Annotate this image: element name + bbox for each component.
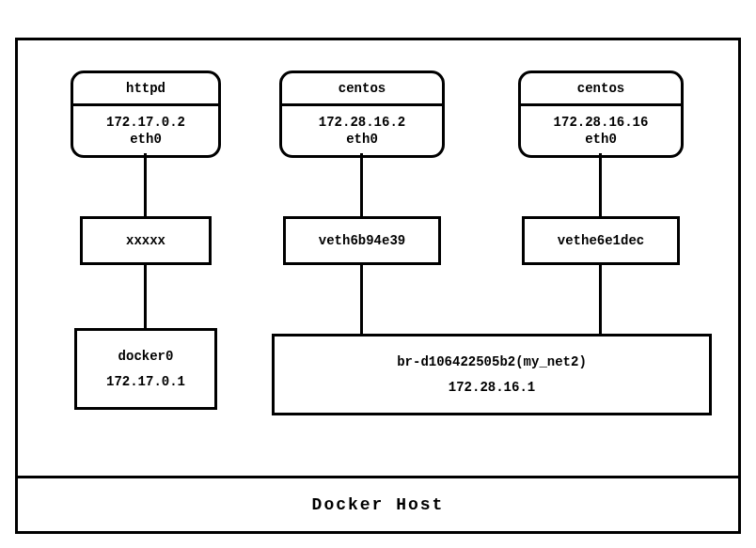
veth-xxxxx: xxxxx — [80, 216, 212, 265]
bridge-name: docker0 — [77, 344, 214, 369]
bridge-docker0: docker0 172.17.0.1 — [74, 328, 217, 410]
container-net: 172.28.16.16 eth0 — [521, 106, 681, 155]
connector-line — [360, 153, 363, 216]
container-centos-2: centos 172.28.16.16 eth0 — [518, 70, 684, 158]
host-label: Docker Host — [312, 495, 445, 514]
container-net: 172.17.0.2 eth0 — [73, 106, 218, 155]
docker-host: Docker Host — [15, 476, 741, 534]
container-name: httpd — [73, 73, 218, 106]
connector-line — [144, 153, 147, 216]
container-iface: eth0 — [521, 131, 681, 148]
diagram-frame: httpd 172.17.0.2 eth0 centos 172.28.16.2… — [15, 38, 741, 534]
container-centos-1: centos 172.28.16.2 eth0 — [279, 70, 445, 158]
container-ip: 172.28.16.2 — [282, 114, 442, 131]
connector-line — [144, 265, 147, 328]
container-httpd: httpd 172.17.0.2 eth0 — [71, 70, 221, 158]
bridge-name: br-d106422505b2(my_net2) — [275, 350, 709, 375]
container-net: 172.28.16.2 eth0 — [282, 106, 442, 155]
bridge-ip: 172.28.16.1 — [275, 375, 709, 400]
container-iface: eth0 — [73, 131, 218, 148]
container-ip: 172.28.16.16 — [521, 114, 681, 131]
container-name: centos — [282, 73, 442, 106]
container-iface: eth0 — [282, 131, 442, 148]
veth-label: veth6b94e39 — [319, 233, 405, 248]
connector-line — [599, 265, 602, 334]
container-ip: 172.17.0.2 — [73, 114, 218, 131]
veth-6b94e39: veth6b94e39 — [283, 216, 441, 265]
veth-label: xxxxx — [126, 233, 165, 248]
veth-e6e1dec: vethe6e1dec — [522, 216, 680, 265]
bridge-ip: 172.17.0.1 — [77, 369, 214, 395]
veth-label: vethe6e1dec — [558, 233, 644, 248]
connector-line — [360, 265, 363, 334]
connector-line — [599, 153, 602, 216]
bridge-mynet2: br-d106422505b2(my_net2) 172.28.16.1 — [272, 334, 712, 415]
container-name: centos — [521, 73, 681, 106]
